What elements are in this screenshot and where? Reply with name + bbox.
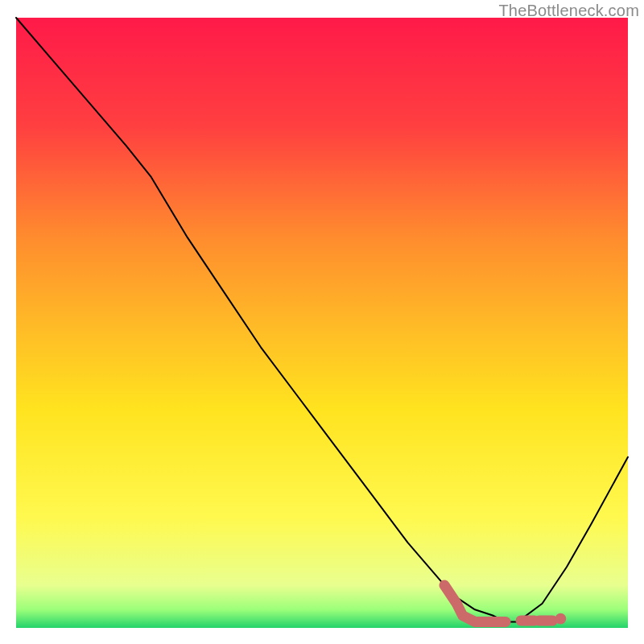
bottleneck-chart xyxy=(0,0,644,644)
gradient-background xyxy=(16,18,628,628)
optimal-end-dot xyxy=(555,613,567,625)
watermark-text: TheBottleneck.com xyxy=(498,2,639,20)
chart-canvas: TheBottleneck.com xyxy=(0,0,644,644)
